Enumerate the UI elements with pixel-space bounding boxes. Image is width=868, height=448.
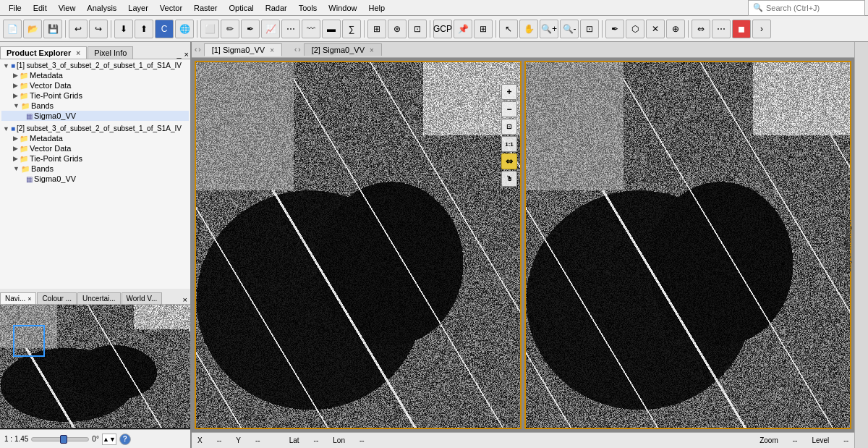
toolbar-interact[interactable]: ⊕	[666, 20, 685, 38]
menu-file[interactable]: File	[3, 2, 27, 14]
expand-tie2: ▶	[13, 155, 18, 162]
tree-vectordata-1[interactable]: ▶ 📁 Vector Data	[1, 80, 189, 90]
menu-edit[interactable]: Edit	[27, 2, 53, 14]
toolbar-arrow-right[interactable]: ›	[752, 20, 771, 38]
menu-optical[interactable]: Optical	[223, 2, 259, 14]
toolbar-profile[interactable]: 〰	[302, 20, 320, 38]
toolbar-annotation[interactable]: ✒	[241, 20, 260, 38]
img-tab-2[interactable]: [2] Sigma0_VV ×	[304, 43, 382, 56]
next-arrow-1[interactable]: ›	[198, 46, 200, 54]
tab-colour[interactable]: Colour ...	[37, 292, 77, 304]
right-sidebar[interactable]: Layer Manager Layer Manager	[854, 42, 868, 448]
tree-metadata-1[interactable]: ▶ 📁 Metadata	[1, 70, 189, 80]
toolbar-export[interactable]: ⬆	[135, 20, 153, 38]
expand-meta1: ▶	[13, 72, 18, 79]
toolbar-undo[interactable]: ↩	[69, 20, 88, 38]
toolbar-polygon[interactable]: ⬡	[626, 20, 644, 38]
prev-arrow-1[interactable]: ‹	[195, 46, 197, 54]
toolbar-reproject[interactable]: ⊛	[388, 20, 407, 38]
search-bar[interactable]: 🔍	[748, 0, 865, 16]
toolbar-histogram[interactable]: ▬	[322, 20, 341, 38]
img-tab-1-close[interactable]: ×	[270, 46, 274, 54]
toolbar-stats[interactable]: ∑	[342, 20, 361, 38]
toolbar-open[interactable]: 📂	[23, 20, 42, 38]
prev-arrow-2[interactable]: ‹	[294, 46, 297, 54]
toolbar-zoom-in-btn[interactable]: 🔍+	[540, 20, 558, 38]
toolbar-world[interactable]: 🌐	[175, 20, 194, 38]
bottom-panel-close[interactable]: ×	[180, 295, 190, 304]
folder-icon-meta2: 📁	[20, 135, 28, 143]
toolbar-pan[interactable]: ✋	[519, 20, 538, 38]
tab-product-explorer[interactable]: Product Explorer ×	[0, 46, 87, 59]
toolbar-delete[interactable]: ✕	[646, 20, 665, 38]
search-icon: 🔍	[753, 3, 763, 12]
img-tab-2-close[interactable]: ×	[370, 46, 374, 54]
toolbar-color[interactable]: C	[155, 20, 174, 38]
toolbar-redo[interactable]: ↪	[89, 20, 108, 38]
layer-manager-btn-bottom[interactable]: Layer Manager	[841, 211, 855, 279]
next-arrow-2[interactable]: ›	[298, 46, 300, 54]
tree-root-2[interactable]: ▼ ■ [2] subset_3_of_subset_2_of_subset_1…	[1, 124, 189, 133]
tree-bands-2[interactable]: ▼ 📁 Bands	[1, 164, 189, 174]
tab-uncertai[interactable]: Uncertai...	[77, 292, 121, 304]
toolbar-arrow[interactable]: ↖	[499, 20, 518, 38]
zoom-100-btn-1[interactable]: 1:1	[501, 136, 517, 152]
menu-help[interactable]: Help	[362, 2, 391, 14]
menu-tools[interactable]: Tools	[293, 2, 323, 14]
toolbar-select-rect[interactable]: ⬜	[200, 20, 219, 38]
toolbar-draw[interactable]: ✏	[221, 20, 239, 38]
toolbar-subset[interactable]: ⊡	[408, 20, 427, 38]
tree-tiepointgrids-2[interactable]: ▶ 📁 Tie-Point Grids	[1, 153, 189, 164]
tab-navi[interactable]: Navi... ×	[0, 292, 36, 304]
menu-window[interactable]: Window	[323, 2, 362, 14]
toolbar-zoom-fit-btn[interactable]: ⊡	[580, 20, 599, 38]
pin-btn-1[interactable]: 🖱	[501, 171, 517, 187]
img-tab-1[interactable]: [1] Sigma0_VV ×	[204, 43, 282, 56]
tree-root-1[interactable]: ▼ ■ [1] subset_3_of_subset_2_of_subset_1…	[1, 61, 189, 70]
tree-vectordata-2[interactable]: ▶ 📁 Vector Data	[1, 143, 189, 153]
toolbar-grid[interactable]: ⊞	[474, 20, 493, 38]
angle-spin[interactable]: ▲▼	[102, 434, 116, 445]
help-icon[interactable]: ?	[119, 434, 131, 445]
toolbar-color2[interactable]: ◼	[732, 20, 751, 38]
search-input[interactable]	[766, 4, 860, 12]
zoom-slider[interactable]	[31, 437, 89, 441]
toolbar-new[interactable]: 📄	[3, 20, 22, 38]
toolbar-mosaic[interactable]: ⊞	[367, 20, 386, 38]
toolbar-more1[interactable]: ⋯	[712, 20, 731, 38]
menu-analysis[interactable]: Analysis	[81, 2, 122, 14]
toolbar-spectrum[interactable]: 📈	[261, 20, 280, 38]
toolbar-scatter[interactable]: ⋯	[281, 20, 300, 38]
panel-minimize[interactable]: _	[176, 50, 181, 59]
tab-pixel-info[interactable]: Pixel Info	[88, 46, 133, 59]
zoom-ratio-label: 1 : 1.45	[4, 435, 28, 443]
toolbar-import[interactable]: ⬇	[114, 20, 133, 38]
menu-vector[interactable]: Vector	[154, 2, 188, 14]
toolbar-pen[interactable]: ✒	[605, 20, 624, 38]
toolbar-pin[interactable]: 📌	[454, 20, 472, 38]
menu-layer[interactable]: Layer	[122, 2, 154, 14]
toolbar-zoom-out-btn[interactable]: 🔍-	[560, 20, 579, 38]
menu-radar[interactable]: Radar	[260, 2, 293, 14]
menu-view[interactable]: View	[53, 2, 82, 14]
toolbar-flip[interactable]: ⇔	[692, 20, 710, 38]
menu-raster[interactable]: Raster	[188, 2, 223, 14]
tree-bands-1[interactable]: ▼ 📁 Bands	[1, 101, 189, 111]
navi-close[interactable]: ×	[27, 295, 31, 303]
tree-metadata-2[interactable]: ▶ 📁 Metadata	[1, 133, 189, 143]
tree-sigma2[interactable]: ▦ Sigma0_VV	[1, 174, 189, 184]
zoom-slider-thumb	[60, 435, 67, 444]
sync-btn-1[interactable]: ⇔	[501, 153, 517, 169]
toolbar-save[interactable]: 💾	[43, 20, 62, 38]
panel-close-btn[interactable]: ×	[184, 50, 189, 59]
zoom-out-btn-1[interactable]: −	[501, 101, 517, 117]
level-value: --	[843, 436, 848, 444]
bottom-tabs: Navi... × Colour ... Uncertai... World V…	[0, 289, 190, 305]
zoom-in-btn-1[interactable]: +	[501, 84, 517, 100]
product-explorer-close[interactable]: ×	[76, 49, 80, 57]
tab-world-v[interactable]: World V...	[122, 292, 163, 304]
zoom-fit-btn-1[interactable]: ⊡	[501, 119, 517, 135]
tree-sigma1[interactable]: ▦ Sigma0_VV	[1, 111, 189, 121]
toolbar-gcp[interactable]: GCP	[433, 20, 452, 38]
tree-tiepointgrids-1[interactable]: ▶ 📁 Tie-Point Grids	[1, 90, 189, 101]
